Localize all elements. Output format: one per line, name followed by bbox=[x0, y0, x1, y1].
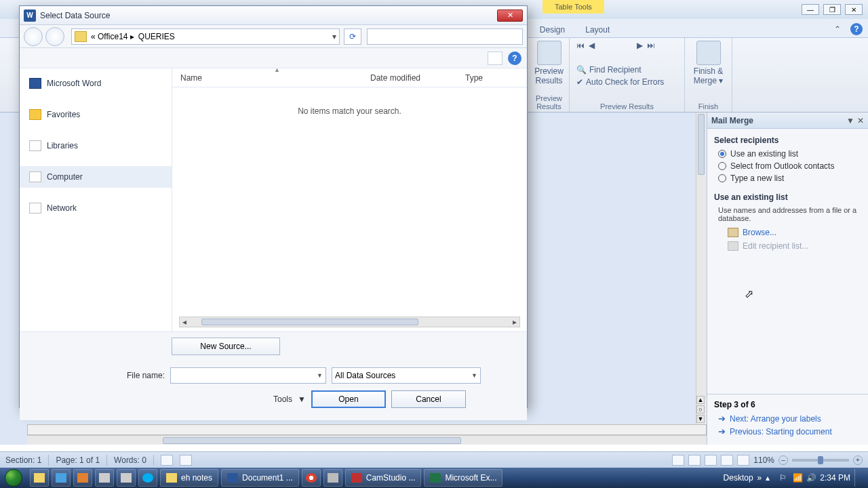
preview-results-button[interactable]: Preview Results bbox=[532, 41, 566, 85]
record-nav: ⏮ ◀ ▶ ⏭ bbox=[576, 41, 655, 50]
start-button[interactable] bbox=[0, 468, 27, 488]
scroll-right-icon[interactable]: ▸ bbox=[510, 317, 519, 327]
ribbon-minimize-icon[interactable]: ⌃ bbox=[830, 22, 845, 37]
tree-item-libraries[interactable]: Libraries bbox=[20, 135, 172, 157]
view-fullscreen-icon[interactable] bbox=[688, 455, 701, 466]
radio-icon bbox=[718, 162, 726, 170]
tab-layout[interactable]: Layout bbox=[581, 22, 614, 37]
first-record-icon[interactable]: ⏮ bbox=[576, 41, 585, 50]
open-button[interactable]: Open bbox=[311, 390, 386, 408]
browse-icon bbox=[728, 228, 738, 237]
zoom-slider[interactable] bbox=[792, 459, 849, 462]
view-outline-icon[interactable] bbox=[721, 455, 733, 466]
file-type-filter[interactable]: All Data Sources▼ bbox=[332, 367, 481, 384]
taskbar-pin-ie[interactable] bbox=[52, 469, 71, 487]
chevron-down-icon[interactable]: ▼ bbox=[471, 372, 477, 379]
tray-expand-icon[interactable]: » bbox=[757, 473, 762, 483]
tree-item-computer[interactable]: Computer bbox=[20, 166, 172, 188]
col-name[interactable]: Name bbox=[172, 73, 362, 83]
prev-step-link[interactable]: ➔Previous: Starting document bbox=[718, 426, 861, 436]
tray-flag-icon[interactable]: ⚐ bbox=[779, 473, 789, 483]
help-icon[interactable]: ? bbox=[850, 23, 863, 35]
col-date[interactable]: Date modified bbox=[362, 73, 457, 83]
restore-button[interactable]: ❐ bbox=[823, 4, 841, 15]
media-icon bbox=[77, 473, 88, 483]
tree-item-word[interactable]: Microsoft Word bbox=[20, 73, 172, 94]
scroll-left-icon[interactable]: ◂ bbox=[180, 317, 189, 327]
tray-up-icon[interactable]: ▴ bbox=[766, 473, 775, 483]
app-icon bbox=[328, 473, 338, 483]
folder-icon bbox=[29, 140, 41, 151]
address-dropdown-icon[interactable]: ▾ bbox=[332, 32, 336, 41]
last-record-icon[interactable]: ⏭ bbox=[647, 41, 655, 50]
col-type[interactable]: Type bbox=[457, 73, 498, 83]
taskbar-pin-app2[interactable] bbox=[117, 469, 136, 487]
horizontal-ruler[interactable] bbox=[27, 424, 707, 435]
finish-merge-button[interactable]: Finish & Merge ▾ bbox=[692, 41, 726, 85]
browse-link[interactable]: Browse... bbox=[728, 228, 861, 237]
nav-forward-button[interactable] bbox=[45, 27, 64, 46]
radio-outlook-contacts[interactable]: Select from Outlook contacts bbox=[718, 161, 861, 171]
panel-menu-icon[interactable]: ▼ bbox=[846, 116, 854, 125]
refresh-button[interactable]: ⟳ bbox=[344, 28, 361, 45]
next-step-link[interactable]: ➔Next: Arrange your labels bbox=[718, 413, 861, 424]
zoom-level[interactable]: 110% bbox=[753, 455, 774, 465]
taskbar: eh notes Document1 ... CamStudio ... Mic… bbox=[0, 468, 868, 488]
taskbar-item-excel[interactable]: Microsoft Ex... bbox=[424, 469, 502, 487]
view-web-icon[interactable] bbox=[705, 455, 717, 466]
radio-new-list[interactable]: Type a new list bbox=[718, 174, 861, 183]
search-input[interactable] bbox=[367, 28, 523, 45]
find-recipient-button[interactable]: 🔍Find Recipient bbox=[576, 65, 664, 75]
dialog-help-icon[interactable]: ? bbox=[508, 52, 521, 65]
taskbar-pin-app[interactable] bbox=[95, 469, 114, 487]
taskbar-pin-explorer[interactable] bbox=[30, 469, 49, 487]
view-options-button[interactable] bbox=[488, 52, 502, 65]
zoom-out-button[interactable]: – bbox=[778, 455, 788, 465]
cancel-button[interactable]: Cancel bbox=[391, 390, 466, 408]
taskbar-pin-skype[interactable] bbox=[138, 469, 157, 487]
empty-message: No items match your search. bbox=[172, 87, 527, 116]
taskbar-item-chrome[interactable] bbox=[302, 469, 321, 487]
preview-results-icon bbox=[537, 41, 561, 65]
view-draft-icon[interactable] bbox=[737, 455, 749, 466]
taskbar-item-app[interactable] bbox=[323, 469, 342, 487]
new-source-button[interactable]: New Source... bbox=[172, 338, 280, 355]
tools-dropdown[interactable]: Tools▼ bbox=[273, 394, 306, 404]
tree-item-network[interactable]: Network bbox=[20, 197, 172, 219]
chevron-down-icon[interactable]: ▼ bbox=[317, 372, 323, 379]
file-name-input[interactable]: ▼ bbox=[170, 367, 326, 384]
horizontal-scrollbar[interactable] bbox=[27, 435, 707, 445]
panel-close-icon[interactable]: ✕ bbox=[857, 116, 864, 125]
auto-check-errors-button[interactable]: ✔Auto Check for Errors bbox=[576, 77, 664, 87]
taskbar-item-ehnotes[interactable]: eh notes bbox=[160, 469, 218, 487]
view-print-layout-icon[interactable] bbox=[672, 455, 684, 466]
taskbar-clock[interactable]: 2:34 PM bbox=[820, 474, 850, 483]
list-horizontal-scrollbar[interactable]: ◂ ▸ bbox=[179, 317, 520, 327]
tree-item-favorites[interactable]: Favorites bbox=[20, 104, 172, 125]
vertical-scrollbar[interactable] bbox=[696, 113, 707, 424]
taskbar-item-camstudio[interactable]: CamStudio ... bbox=[345, 469, 422, 487]
object-browse-icon[interactable]: ○ bbox=[696, 405, 705, 413]
macro-record-icon[interactable] bbox=[180, 455, 192, 466]
taskbar-item-word[interactable]: Document1 ... bbox=[221, 469, 299, 487]
object-browse-down-icon[interactable]: ▼ bbox=[696, 415, 705, 423]
address-bar[interactable]: « Office14 ▸ QUERIES ▾ bbox=[71, 28, 340, 45]
desktop-toolbar[interactable]: Desktop bbox=[724, 473, 753, 483]
tray-volume-icon[interactable]: 🔊 bbox=[806, 473, 816, 483]
minimize-button[interactable]: — bbox=[802, 4, 819, 15]
dialog-close-button[interactable]: ✕ bbox=[497, 9, 523, 22]
status-page: Page: 1 of 1 bbox=[56, 455, 100, 465]
radio-existing-list[interactable]: Use an existing list bbox=[718, 149, 861, 159]
folder-icon bbox=[166, 473, 177, 483]
tray-network-icon[interactable]: 📶 bbox=[793, 473, 802, 483]
prev-record-icon[interactable]: ◀ bbox=[589, 41, 595, 50]
taskbar-pin-media[interactable] bbox=[73, 469, 92, 487]
proofing-icon[interactable] bbox=[161, 455, 173, 466]
show-desktop-button[interactable] bbox=[854, 469, 860, 487]
close-button[interactable]: ✕ bbox=[845, 4, 863, 15]
tab-design[interactable]: Design bbox=[536, 22, 569, 37]
zoom-in-button[interactable]: + bbox=[853, 455, 863, 465]
next-record-icon[interactable]: ▶ bbox=[637, 41, 643, 50]
object-browse-up-icon[interactable]: ▲ bbox=[696, 396, 705, 404]
nav-back-button[interactable] bbox=[24, 27, 43, 46]
